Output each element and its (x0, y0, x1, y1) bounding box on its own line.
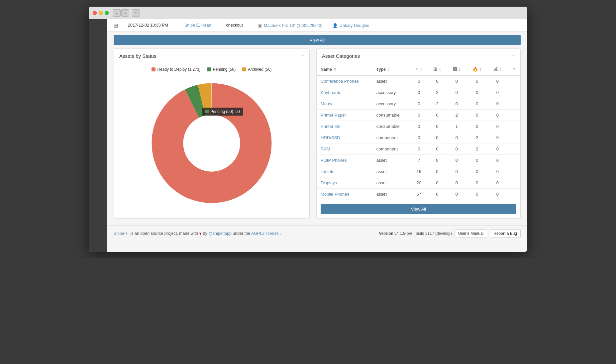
category-link-7[interactable]: VOIP Phones (321, 158, 347, 163)
cell-c3-7: 0 (447, 155, 466, 166)
category-link-3[interactable]: Printer Paper (321, 113, 346, 118)
image-icon: 🖼 (453, 66, 457, 72)
footer-period: . (280, 231, 281, 236)
cell-c3-6: 0 (447, 143, 466, 155)
cell-c6-10 (507, 189, 520, 200)
footer-by: by (203, 231, 208, 236)
cell-c2-1: 2 (428, 87, 447, 98)
chart-legend: Ready to Deploy (1,273) Pending (50) Arc… (114, 63, 309, 72)
cell-c2-6: 0 (428, 143, 447, 155)
cell-c4-8: 0 (466, 166, 487, 177)
category-link-0[interactable]: Conference Phones (321, 79, 359, 84)
activity-checkout-user[interactable]: Zakary Douglas (340, 23, 369, 28)
view-all-activity-button[interactable]: View All (114, 35, 521, 45)
categories-panel-title: Asset Categories (322, 53, 360, 59)
minimize-button[interactable] (99, 11, 103, 15)
category-link-10[interactable]: Mobile Phones (321, 192, 349, 197)
cell-type-1: accessory (372, 87, 410, 98)
cell-name-5: HDD/SSD (317, 132, 372, 143)
cell-c1-10: 67 (410, 189, 428, 200)
titlebar: ‹ › ↑ (89, 7, 527, 19)
view-all-categories-button[interactable]: View All (321, 204, 516, 214)
assets-panel-collapse[interactable]: − (300, 53, 304, 59)
snipeitapp-link[interactable]: @snipeitapp (208, 231, 232, 236)
table-row: Tablets asset 16 0 0 0 0 (317, 166, 520, 177)
table-row: Keyboards accessory 0 2 0 0 0 (317, 87, 520, 98)
category-link-6[interactable]: RAM (321, 146, 330, 151)
cell-c5-8: 0 (488, 166, 508, 177)
report-bug-button[interactable]: Report a Bug (490, 229, 521, 237)
print-icon: 🖨 (493, 66, 498, 72)
snipeit-link[interactable]: Snipe-IT (114, 231, 129, 236)
cell-c1-8: 16 (410, 166, 428, 177)
grid-icon: ⊞ (433, 66, 437, 72)
cell-c6-6 (507, 143, 520, 155)
category-link-8[interactable]: Tablets (321, 169, 334, 174)
cell-type-6: component (372, 143, 410, 155)
assets-icon: ≡ (416, 66, 418, 72)
forward-button[interactable]: › (121, 9, 129, 17)
dashboard-row: Assets by Status − Ready to Deploy (1,27… (107, 48, 527, 225)
col-icon2: ⊞ ⇕ (428, 63, 447, 75)
category-link-2[interactable]: Mouse (321, 101, 334, 106)
cell-c3-3: 2 (447, 110, 466, 121)
activity-user-link[interactable]: Snipe E. Head (184, 23, 211, 28)
cell-name-9: Displays (317, 177, 372, 189)
table-header-row: Name ⇕ Type ⇕ ≡ ⇕ ⊞ ⇕ 🖼 ⇕ 🔥 ⇕ 🖨 ⇕ ⇕ (317, 63, 520, 75)
categories-panel-collapse[interactable]: − (511, 53, 515, 59)
tooltip-text: Pending (50): 50 (210, 109, 240, 114)
cell-c1-3: 0 (410, 110, 428, 121)
cell-c3-8: 0 (447, 166, 466, 177)
category-link-4[interactable]: Printer Ink (321, 124, 340, 129)
activity-asset-link[interactable]: Macbook Pro 13" (1281528243) (264, 23, 323, 28)
legend-label-archived: Archived (50) (248, 67, 271, 72)
maximize-button[interactable] (105, 11, 109, 15)
heart-icon: ♥ (199, 231, 202, 236)
asset-categories-panel: Asset Categories − Name ⇕ Type ⇕ ≡ ⇕ ⊞ ⇕… (316, 48, 521, 219)
recent-activity-row: ▤ 2017-12-02 10:33 PM Snipe E. Head chec… (107, 19, 527, 32)
activity-action: checkout (221, 23, 248, 28)
cell-c2-5: 0 (428, 132, 447, 143)
cell-name-1: Keyboards (317, 87, 372, 98)
legend-dot-ready (152, 67, 155, 71)
agpl3-link[interactable]: AGPL3 license (251, 231, 279, 236)
category-link-1[interactable]: Keyboards (321, 90, 341, 95)
legend-label-pending: Pending (50) (213, 67, 236, 72)
category-link-5[interactable]: HDD/SSD (321, 135, 340, 140)
table-row: HDD/SSD component 0 0 0 2 0 (317, 132, 520, 143)
col-type: Type ⇕ (372, 63, 410, 75)
footer-version-label: Version v4.1.9-pre · build 3117 (develop… (379, 231, 452, 236)
activity-asset-container: ▣ Macbook Pro 13" (1281528243) (258, 23, 323, 28)
cell-type-3: consumable (372, 110, 410, 121)
cell-c6-2 (507, 98, 520, 110)
cell-type-8: asset (372, 166, 410, 177)
footer-version-value: v4.1.9-pre · build 3117 (develop) (394, 231, 452, 236)
cell-c4-3: 0 (466, 110, 487, 121)
cell-name-0: Conference Phones (317, 75, 372, 87)
table-row: Mouse accessory 0 2 0 0 0 (317, 98, 520, 110)
cell-c1-6: 0 (410, 143, 428, 155)
cell-c6-5 (507, 132, 520, 143)
cell-c6-8 (507, 166, 520, 177)
cell-c2-4: 0 (428, 121, 447, 132)
layout: ▤ 2017-12-02 10:33 PM Snipe E. Head chec… (89, 19, 527, 252)
activity-icon: ▤ (114, 23, 118, 28)
cell-type-0: asset (372, 75, 410, 87)
cell-c3-9: 0 (447, 177, 466, 189)
cell-c5-6: 0 (488, 143, 508, 155)
cell-name-7: VOIP Phones (317, 155, 372, 166)
close-button[interactable] (93, 11, 97, 15)
cell-c4-9: 0 (466, 177, 487, 189)
cell-name-8: Tablets (317, 166, 372, 177)
legend-item-archived: Archived (50) (242, 67, 271, 72)
upload-button[interactable]: ↑ (132, 9, 140, 17)
cell-type-2: accessory (372, 98, 410, 110)
cell-c4-5: 2 (466, 132, 487, 143)
users-manual-button[interactable]: User's Manual (455, 229, 487, 237)
back-button[interactable]: ‹ (113, 9, 121, 17)
cell-c6-4 (507, 121, 520, 132)
cell-c2-10: 0 (428, 189, 447, 200)
activity-timestamp: 2017-12-02 10:33 PM (128, 23, 174, 28)
category-link-9[interactable]: Displays (321, 180, 337, 185)
donut-chart (149, 80, 275, 206)
